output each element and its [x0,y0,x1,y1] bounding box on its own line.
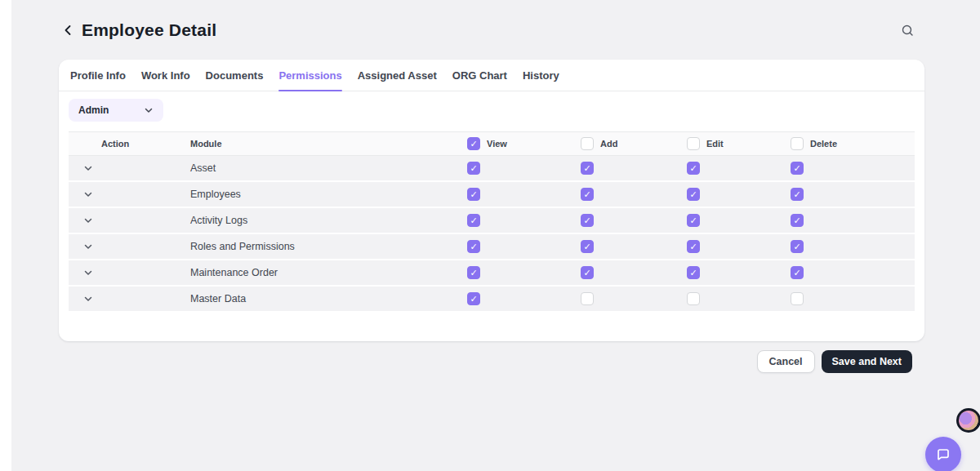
table-row: Master Data [69,287,915,313]
table-body: AssetEmployeesActivity LogsRoles and Per… [69,156,915,313]
delete-checkbox[interactable] [791,188,804,201]
add-checkbox[interactable] [581,240,594,253]
add-checkbox[interactable] [581,214,594,227]
column-header-add-label: Add [600,139,617,149]
row-expand-button[interactable] [82,266,95,279]
column-header-module: Module [190,139,467,149]
column-header-action: Action [69,139,190,149]
search-button[interactable] [897,20,918,41]
row-expand-button[interactable] [82,214,95,227]
table-row: Maintenance Order [69,260,915,287]
chevron-down-icon [83,268,93,278]
column-header-view: View [467,137,581,150]
row-expand-button[interactable] [82,188,95,201]
footer-actions: Cancel Save and Next [59,350,912,373]
chat-widget-button[interactable] [925,437,961,471]
edit-checkbox[interactable] [687,214,700,227]
column-header-delete: Delete [791,137,915,150]
table-row: Activity Logs [69,208,915,234]
view-checkbox[interactable] [467,240,480,253]
edit-checkbox[interactable] [687,240,700,253]
add-checkbox[interactable] [581,188,594,201]
search-icon [901,24,915,38]
column-header-edit-label: Edit [706,139,724,149]
add-select-all-checkbox[interactable] [581,137,594,150]
delete-checkbox[interactable] [791,214,804,227]
tab-history[interactable]: History [523,60,559,91]
add-checkbox[interactable] [581,292,594,305]
tab-work-info[interactable]: Work Info [141,60,190,91]
delete-checkbox[interactable] [791,240,804,253]
table-row: Asset [69,156,915,182]
edit-checkbox[interactable] [687,292,700,305]
chevron-down-icon [144,105,154,115]
column-header-delete-label: Delete [810,139,837,149]
chevron-down-icon [83,163,93,173]
row-expand-button[interactable] [82,292,95,305]
delete-checkbox[interactable] [791,162,804,175]
page-title: Employee Detail [82,20,216,40]
tab-bar: Profile InfoWork InfoDocumentsPermission… [59,60,924,91]
tab-profile-info[interactable]: Profile Info [70,60,126,91]
column-header-view-label: View [487,139,507,149]
table-row: Roles and Permissions [69,234,915,260]
delete-checkbox[interactable] [791,292,804,305]
view-checkbox[interactable] [467,188,480,201]
view-checkbox[interactable] [467,162,480,175]
chevron-left-icon [61,24,74,37]
row-expand-button[interactable] [82,162,95,175]
chat-bubble-icon [934,446,952,464]
add-checkbox[interactable] [581,162,594,175]
delete-select-all-checkbox[interactable] [791,137,804,150]
permissions-card: Profile InfoWork InfoDocumentsPermission… [59,60,924,341]
view-checkbox[interactable] [467,266,480,279]
table-row: Employees [69,182,915,208]
tab-assigned-asset[interactable]: Assigned Asset [358,60,437,91]
module-name: Activity Logs [190,215,467,226]
page-header: Employee Detail [59,16,924,44]
view-checkbox[interactable] [467,292,480,305]
table-header-row: Action Module View Add Edit Delete [69,131,915,156]
module-name: Maintenance Order [190,267,467,278]
tab-documents[interactable]: Documents [206,60,264,91]
delete-checkbox[interactable] [791,266,804,279]
tab-permissions[interactable]: Permissions [278,60,341,91]
chevron-down-icon [83,216,93,225]
avatar-image [959,411,978,430]
row-expand-button[interactable] [82,240,95,253]
tab-org-chart[interactable]: ORG Chart [452,60,507,91]
edit-checkbox[interactable] [687,188,700,201]
view-select-all-checkbox[interactable] [467,137,480,150]
chevron-down-icon [83,189,93,199]
role-select[interactable]: Admin [69,99,163,122]
add-checkbox[interactable] [581,266,594,279]
column-header-edit: Edit [687,137,791,150]
column-header-add: Add [581,137,687,150]
module-name: Asset [190,162,467,174]
chevron-down-icon [83,294,93,304]
edit-select-all-checkbox[interactable] [687,137,700,150]
module-name: Employees [190,189,467,200]
edit-checkbox[interactable] [687,266,700,279]
module-name: Master Data [190,293,467,304]
user-avatar[interactable] [956,408,980,433]
edit-checkbox[interactable] [687,162,700,175]
view-checkbox[interactable] [467,214,480,227]
save-and-next-button[interactable]: Save and Next [822,350,912,373]
module-name: Roles and Permissions [190,241,467,252]
chevron-down-icon [83,242,93,251]
cancel-button[interactable]: Cancel [757,350,815,373]
left-page-edge [0,0,11,471]
back-button[interactable] [59,21,77,39]
permissions-table: Action Module View Add Edit Delete Asset… [69,131,915,313]
role-select-value: Admin [78,104,109,116]
